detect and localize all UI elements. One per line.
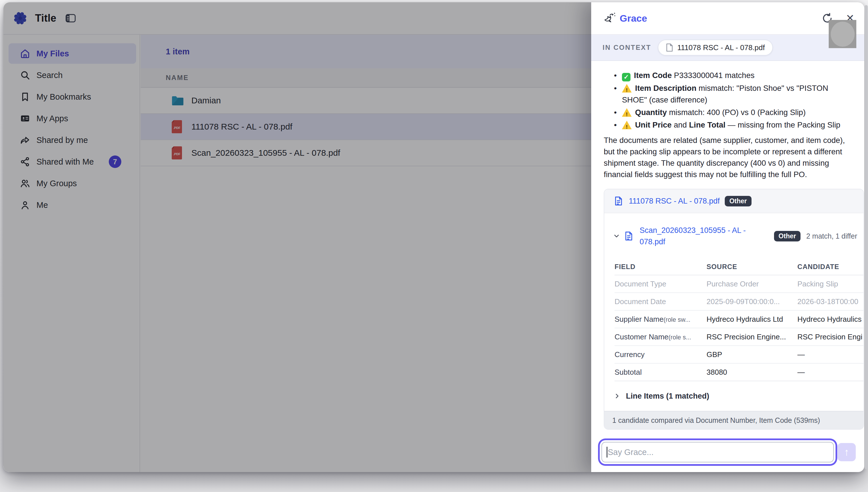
field-cell: Document Type <box>615 279 706 289</box>
finding-item: !Quantity mismatch: 400 (PO) vs 0 (Packi… <box>604 106 853 118</box>
context-file-name: 111078 RSC - AL - 078.pdf <box>677 43 765 52</box>
avatar-blob <box>831 22 854 47</box>
candidate-doc-type-badge: Other <box>774 231 800 242</box>
document-icon <box>666 43 673 52</box>
candidate-cell: 2026-03-18T00:00 <box>797 297 864 306</box>
gray-avatar-overlay <box>829 20 856 48</box>
chat-input-wrapper <box>601 442 834 462</box>
candidate-cell: — <box>797 368 864 377</box>
page-scrollbar[interactable] <box>865 5 868 469</box>
in-context-label: IN CONTEXT <box>602 44 651 52</box>
column-header-source: SOURCE <box>706 263 797 271</box>
table-row: CurrencyGBP— <box>615 346 864 364</box>
source-file-row: 111078 RSC - AL - 078.pdf Other <box>604 189 864 213</box>
candidate-file-link[interactable]: Scan_20260323_105955 - AL - 078.pdf <box>640 225 757 247</box>
candidate-cell: RSC Precision Engi <box>797 333 864 341</box>
source-cell: RSC Precision Engine... <box>706 333 797 341</box>
source-cell: Purchase Order <box>706 279 797 289</box>
warning-emoji-icon: ! <box>622 108 631 117</box>
table-row: Subtotal38080— <box>615 364 864 381</box>
field-cell: Customer Name(role s... <box>615 333 706 341</box>
in-context-bar: IN CONTEXT 111078 RSC - AL - 078.pdf <box>591 35 864 61</box>
field-cell: Subtotal <box>615 368 706 377</box>
table-row: Supplier Name(role sw...Hydreco Hydrauli… <box>615 311 864 328</box>
finding-item: !Item Description mismatch: "Piston Shoe… <box>604 82 853 106</box>
grace-title: Grace <box>620 13 647 24</box>
table-row: Customer Name(role s...RSC Precision Eng… <box>615 328 864 346</box>
summary-paragraph: The documents are related (same supplier… <box>604 135 853 180</box>
document-icon <box>615 196 622 206</box>
table-row: Document TypePurchase OrderPacking Slip <box>615 275 864 293</box>
table-header-row: FIELDSOURCECANDIDATE <box>615 259 864 275</box>
source-file-link[interactable]: 111078 RSC - AL - 078.pdf <box>629 197 720 205</box>
source-cell: GBP <box>706 350 797 359</box>
table-row: Document Date2025-09-09T00:00:0...2026-0… <box>615 293 864 311</box>
match-stats-label: 2 match, 1 differ <box>806 232 857 240</box>
field-cell: Supplier Name(role sw... <box>615 315 706 324</box>
context-file-chip[interactable]: 111078 RSC - AL - 078.pdf <box>658 40 773 55</box>
field-cell: Document Date <box>615 297 706 306</box>
send-button[interactable]: ↑ <box>838 443 856 461</box>
candidate-cell: Packing Slip <box>797 279 864 289</box>
document-icon <box>625 231 633 241</box>
candidate-cell: — <box>797 350 864 359</box>
field-cell: Currency <box>615 350 706 359</box>
source-cell: Hydreco Hydraulics Ltd <box>706 315 797 324</box>
comparison-table: FIELDSOURCECANDIDATE Document TypePurcha… <box>604 259 864 381</box>
grace-message-area: ✓Item Code P3333000041 matches!Item Desc… <box>591 61 864 436</box>
column-header-field: FIELD <box>615 263 706 271</box>
comparison-footer-note: 1 candidate compared via Document Number… <box>612 416 820 424</box>
line-items-toggle[interactable]: Line Items (1 matched) <box>626 392 710 401</box>
check-emoji-icon: ✓ <box>622 73 630 81</box>
app-window: Title My FilesSearchMy BookmarksMy AppsS… <box>3 2 864 472</box>
finding-item: !Unit Price and Line Total — missing fro… <box>604 119 853 131</box>
grace-panel: Grace ✕ IN CONTEXT 111078 RSC - AL - 078… <box>591 2 864 472</box>
finding-item: ✓Item Code P3333000041 matches <box>604 70 853 81</box>
chevron-right-icon[interactable] <box>613 392 621 400</box>
grace-chat-input[interactable] <box>607 447 828 457</box>
chevron-down-icon[interactable] <box>613 232 620 240</box>
candidate-cell: Hydreco Hydraulics <box>797 315 864 324</box>
source-cell: 2025-09-09T00:00:0... <box>706 297 797 306</box>
line-items-row: Line Items (1 matched) <box>604 381 864 411</box>
text-caret <box>606 447 607 458</box>
grace-input-bar: ↑ <box>591 436 864 472</box>
screen: { "header": { "app_title": "Title" }, "s… <box>0 0 868 492</box>
candidate-file-row: Scan_20260323_105955 - AL - 078.pdf Othe… <box>604 213 864 259</box>
source-doc-type-badge: Other <box>725 196 751 206</box>
comparison-footer: 1 candidate compared via Document Number… <box>604 411 864 429</box>
send-arrow-icon: ↑ <box>844 446 849 458</box>
warning-emoji-icon: ! <box>622 84 631 93</box>
findings-list: ✓Item Code P3333000041 matches!Item Desc… <box>604 70 853 131</box>
warning-emoji-icon: ! <box>622 121 631 129</box>
grace-header: Grace ✕ <box>591 2 864 35</box>
column-header-candidate: CANDIDATE <box>797 263 864 271</box>
dove-icon <box>603 12 616 24</box>
comparison-card: 111078 RSC - AL - 078.pdf Other Scan_202… <box>604 189 864 429</box>
source-cell: 38080 <box>706 368 797 377</box>
